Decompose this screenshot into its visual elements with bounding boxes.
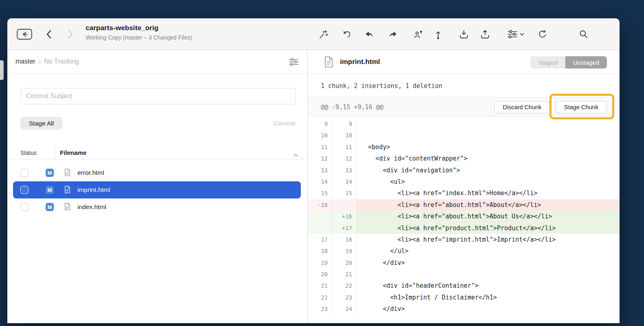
modified-status-badge: M (46, 169, 54, 177)
new-line-number: 13 (332, 165, 357, 176)
file-table-header: Status Filename (7, 147, 307, 159)
stage-all-button[interactable]: Stage All (20, 117, 62, 130)
diff-filename: imprint.html (340, 58, 380, 66)
breadcrumb-tracking[interactable]: No Tracking (44, 58, 79, 65)
new-line-number: +17 (332, 222, 357, 234)
diff-line[interactable]: 1718 <li><a href="imprint.html">Imprint<… (308, 234, 620, 245)
back-button[interactable] (40, 25, 58, 43)
code-text: <div id="navigation"> (357, 165, 620, 176)
new-line-number (332, 199, 357, 211)
code-text: <div id="headerContainer"> (357, 280, 620, 291)
breadcrumb: master › No Tracking (15, 58, 79, 65)
diff-line[interactable]: 2223 <h1>Imprint / Disclaimer</h1> (308, 292, 620, 303)
code-text: <body> (357, 141, 620, 153)
stage-chunk-button[interactable]: Stage Chunk (556, 101, 607, 113)
cherry-pick-icon[interactable] (384, 25, 402, 43)
new-line-number: 23 (332, 292, 357, 303)
file-icon (64, 168, 71, 178)
quick-launch-icon[interactable] (314, 25, 332, 43)
unstaged-tab[interactable]: Unstaged (565, 56, 607, 68)
diff-line[interactable]: 2122 <div id="headerContainer"> (308, 280, 620, 291)
staged-tab[interactable]: Staged (530, 56, 565, 68)
refresh-icon[interactable] (534, 25, 551, 43)
working-copy-icon[interactable] (15, 25, 33, 43)
diff-file-header: imprint.html Staged Unstaged (308, 51, 620, 74)
old-line-number: 17 (308, 234, 332, 245)
window-titles: carparts-website_orig Working Copy (mast… (86, 24, 192, 41)
main-content: master › No Tracking Stage All Commit St… (7, 51, 620, 323)
commit-icon[interactable] (429, 25, 447, 43)
code-text: <ul> (357, 176, 620, 187)
filename-column-header[interactable]: Filename (60, 149, 86, 156)
new-line-number: 15 (332, 187, 357, 199)
merge-icon[interactable] (360, 25, 378, 43)
diff-line[interactable]: 1920 </div> (308, 257, 620, 269)
breadcrumb-row: master › No Tracking (7, 51, 307, 74)
diff-line[interactable]: 2021 (308, 269, 620, 280)
breadcrumb-separator-icon: › (39, 58, 41, 65)
file-row[interactable]: M index.html (13, 198, 301, 216)
old-line-number: 10 (308, 130, 332, 141)
code-text (357, 118, 620, 130)
old-line-number: 20 (308, 269, 332, 280)
status-column-header[interactable]: Status (20, 150, 37, 156)
repo-settings-icon[interactable] (504, 25, 527, 43)
staged-unstaged-segmented-control: Staged Unstaged (530, 56, 607, 68)
sidebar: master › No Tracking Stage All Commit St… (7, 51, 308, 323)
code-text: <li><a href="about.html">About</a></li> (357, 199, 620, 211)
diff-line[interactable]: 1111 <body> (308, 141, 620, 153)
stage-checkbox[interactable] (20, 186, 29, 194)
filter-icon[interactable] (288, 57, 300, 68)
diff-line[interactable]: +16 <li><a href="about.html">About Us</a… (308, 211, 620, 222)
code-text: </ul> (357, 245, 620, 257)
diff-line[interactable]: 1212 <div id="contentWrapper"> (308, 153, 620, 164)
modified-status-badge: M (46, 203, 54, 211)
chunk-range-label: @@ -9,15 +9,16 @@ (321, 104, 384, 111)
chunk-header-bar: @@ -9,15 +9,16 @@ Discard Chunk Stage Ch… (308, 97, 620, 117)
pull-icon[interactable] (455, 25, 473, 43)
toolbar: carparts-website_orig Working Copy (mast… (7, 18, 620, 50)
modified-status-badge: M (46, 186, 54, 194)
new-line-number: 11 (332, 141, 357, 153)
diff-line[interactable]: 1010 (308, 130, 620, 141)
file-row[interactable]: M imprint.html (13, 181, 301, 198)
diff-panel: imprint.html Staged Unstaged 1 chunk, 2 … (308, 51, 620, 323)
collapse-chevron-up-icon[interactable] (293, 151, 298, 159)
stage-commit-row: Stage All Commit (20, 117, 296, 130)
diff-line[interactable]: 1819 </ul> (308, 245, 620, 257)
diff-line[interactable]: -16 <li><a href="about.html">About</a></… (308, 199, 620, 211)
new-line-number: +16 (332, 211, 357, 222)
discard-chunk-button[interactable]: Discard Chunk (494, 101, 550, 113)
new-line-number: 9 (332, 118, 357, 130)
checkout-icon[interactable] (409, 25, 427, 43)
stage-checkbox[interactable] (20, 169, 29, 177)
file-row[interactable]: M error.html (13, 164, 301, 181)
diff-line[interactable]: 2324 </div> (308, 303, 620, 315)
diff-line[interactable]: +17 <li><a href="product.html">Product</… (308, 222, 620, 234)
filename-label: imprint.html (77, 186, 110, 194)
breadcrumb-branch[interactable]: master (15, 58, 35, 65)
diff-summary: 1 chunk, 2 insertions, 1 deletion (321, 82, 442, 90)
code-text (357, 130, 620, 141)
new-line-number: 22 (332, 280, 357, 291)
code-text: <li><a href="imprint.html">Imprint</a></… (357, 234, 620, 245)
diff-line[interactable]: 1515 <li><a href="index.html">Home</a></… (308, 187, 620, 199)
commit-button[interactable]: Commit (274, 120, 296, 127)
undo-icon[interactable] (338, 25, 356, 43)
window-subtitle: Working Copy (master – 3 Changed Files) (86, 34, 192, 41)
forward-button[interactable] (62, 25, 79, 43)
old-line-number: -16 (308, 199, 332, 211)
search-icon[interactable] (575, 25, 593, 43)
old-line-number: 11 (308, 141, 332, 153)
stage-checkbox[interactable] (20, 203, 29, 211)
code-text (357, 269, 620, 280)
old-line-number: 22 (308, 292, 332, 303)
diff-line[interactable]: 1414 <ul> (308, 176, 620, 187)
app-window: carparts-website_orig Working Copy (mast… (7, 18, 620, 323)
push-icon[interactable] (476, 25, 494, 43)
old-line-number: 15 (308, 187, 332, 199)
diff-line[interactable]: 1313 <div id="navigation"> (308, 165, 620, 176)
commit-subject-input[interactable] (20, 88, 296, 104)
diff-line[interactable]: 99 (308, 118, 620, 130)
code-text: </div> (357, 303, 620, 315)
